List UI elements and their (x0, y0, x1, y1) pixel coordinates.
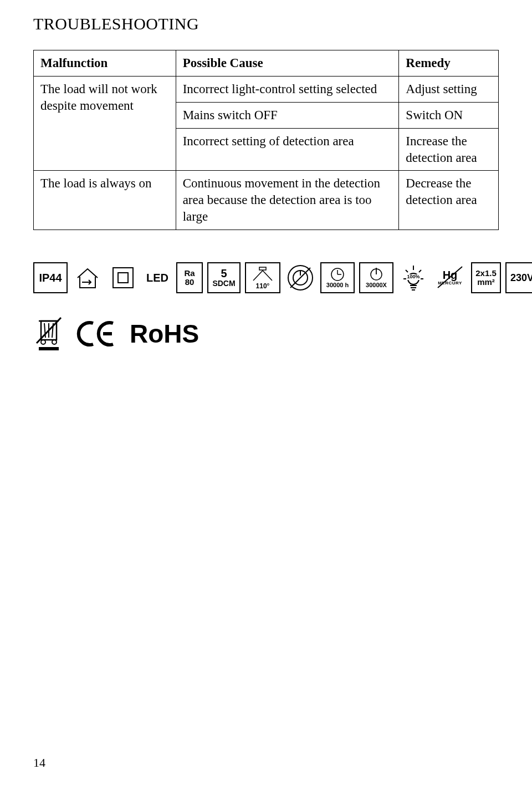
ra80-icon: Ra 80 (176, 262, 203, 293)
cause-cell: Incorrect light-control setting selected (176, 76, 399, 102)
instant-on-value: 100% (406, 274, 420, 279)
no-dimmer-icon (285, 262, 316, 293)
remedy-cell: Adjust setting (399, 76, 499, 102)
class-ii-icon (108, 262, 139, 293)
page-number: 14 (33, 756, 45, 770)
beam-angle-icon: 110° (245, 262, 280, 293)
remedy-cell: Switch ON (399, 102, 499, 128)
certification-icons-row: IP44 LED Ra 80 5 SDCM 110° (33, 262, 499, 293)
switch-cycles-icon: 30000X (359, 262, 393, 293)
ra-value: 80 (185, 278, 195, 287)
beam-angle-value: 110° (256, 283, 270, 290)
table-row: The load will not work despite movement … (34, 76, 499, 102)
sdcm-value: 5 (221, 268, 227, 279)
svg-line-5 (263, 271, 272, 281)
malfunction-cell: The load is always on (34, 171, 176, 230)
col-remedy: Remedy (399, 50, 499, 77)
svg-rect-3 (259, 267, 266, 270)
svg-line-4 (253, 271, 263, 281)
svg-line-20 (419, 270, 421, 272)
instant-on-icon: 100% (398, 262, 429, 293)
page-title: TROUBLESHOOTING (33, 14, 499, 33)
ip44-icon: IP44 (33, 262, 68, 293)
sdcm-label: SDCM (212, 279, 235, 288)
no-mercury-icon: Hg MERCURY (433, 262, 467, 293)
svg-rect-1 (113, 268, 133, 288)
svg-rect-33 (39, 347, 59, 350)
switch-cycles-value: 30000X (366, 282, 387, 289)
cause-cell: Continuous movement in the detection are… (176, 171, 399, 230)
weee-icon (33, 315, 64, 352)
ce-mark-icon (76, 320, 117, 348)
sdcm-icon: 5 SDCM (207, 262, 241, 293)
rohs-mark: RoHS (130, 319, 199, 349)
svg-line-19 (406, 270, 408, 272)
lifetime-hours-value: 30000 h (326, 282, 349, 289)
malfunction-cell: The load will not work despite movement (34, 76, 176, 171)
col-malfunction: Malfunction (34, 50, 176, 77)
cable-size-icon: 2x1.5 mm² (471, 262, 501, 293)
col-cause: Possible Cause (176, 50, 399, 77)
cause-cell: Incorrect setting of detection area (176, 128, 399, 171)
house-arrow-icon (72, 262, 103, 293)
table-row: The load is always on Continuous movemen… (34, 171, 499, 230)
cable-bot: mm² (477, 278, 495, 287)
troubleshooting-table: Malfunction Possible Cause Remedy The lo… (33, 50, 499, 230)
svg-line-24 (438, 267, 462, 288)
led-icon: LED (143, 262, 172, 293)
cause-cell: Mains switch OFF (176, 102, 399, 128)
lifetime-hours-icon: 30000 h (320, 262, 355, 293)
remedy-cell: Decrease the detection area (399, 171, 499, 230)
compliance-marks-row: RoHS (33, 315, 499, 352)
cable-top: 2x1.5 (475, 269, 497, 278)
svg-rect-2 (118, 273, 128, 283)
remedy-cell: Increase the detection area (399, 128, 499, 171)
table-header-row: Malfunction Possible Cause Remedy (34, 50, 499, 77)
ra-label: Ra (184, 269, 195, 278)
voltage-icon: 230V (505, 262, 532, 293)
